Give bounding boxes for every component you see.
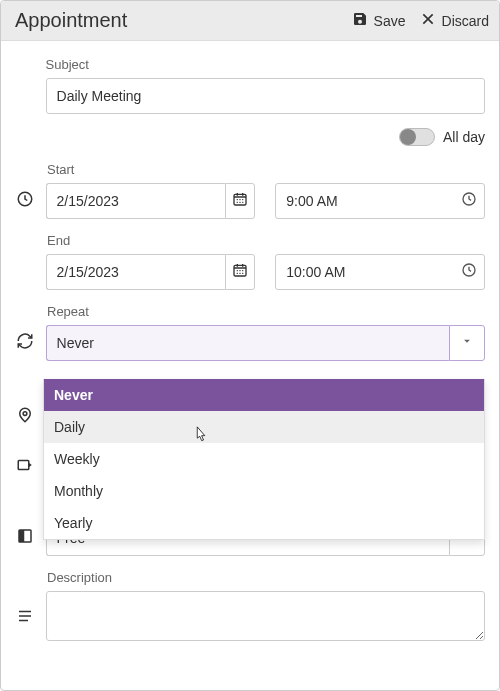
start-label: Start [47,162,74,177]
titlebar: Appointment Save Discard [1,1,499,41]
start-time-input[interactable] [275,183,485,219]
end-label: End [47,233,70,248]
description-icon [16,607,34,629]
clock-icon [16,190,34,212]
end-date-picker-button[interactable] [225,254,256,290]
chevron-down-icon [460,334,474,352]
repeat-option[interactable]: Yearly [44,507,484,539]
svg-rect-6 [19,461,30,470]
all-day-label: All day [443,129,485,145]
repeat-select[interactable]: Never [46,325,485,361]
repeat-select-button[interactable] [449,325,485,361]
discard-label: Discard [442,13,489,29]
close-icon [420,11,436,30]
repeat-option[interactable]: Daily [44,411,484,443]
end-date-input[interactable] [46,254,225,290]
description-label: Description [47,570,112,585]
repeat-option[interactable]: Monthly [44,475,484,507]
svg-point-5 [23,412,27,416]
save-icon [352,11,368,30]
repeat-option[interactable]: Weekly [44,443,484,475]
appointment-dialog: Appointment Save Discard Subject [0,0,500,691]
repeat-label: Repeat [47,304,89,319]
save-label: Save [374,13,406,29]
repeat-option[interactable]: Never [44,379,484,411]
status-icon [16,527,34,549]
calendar-icon [232,191,248,211]
end-time-input[interactable] [275,254,485,290]
description-textarea[interactable] [46,591,485,641]
label-icon [16,456,34,478]
location-icon [16,406,34,428]
start-date-input[interactable] [46,183,225,219]
all-day-toggle[interactable] [399,128,435,146]
start-date-picker-button[interactable] [225,183,256,219]
save-button[interactable]: Save [352,11,406,30]
repeat-dropdown[interactable]: NeverDailyWeeklyMonthlyYearly [43,379,485,540]
calendar-icon [232,262,248,282]
discard-button[interactable]: Discard [420,11,489,30]
repeat-icon [16,332,34,354]
dialog-title: Appointment [15,9,127,32]
titlebar-actions: Save Discard [352,11,489,30]
svg-rect-8 [19,530,24,542]
content: Subject All day Start [1,41,499,677]
subject-label: Subject [46,57,485,72]
repeat-select-value: Never [46,325,449,361]
subject-input[interactable] [46,78,485,114]
